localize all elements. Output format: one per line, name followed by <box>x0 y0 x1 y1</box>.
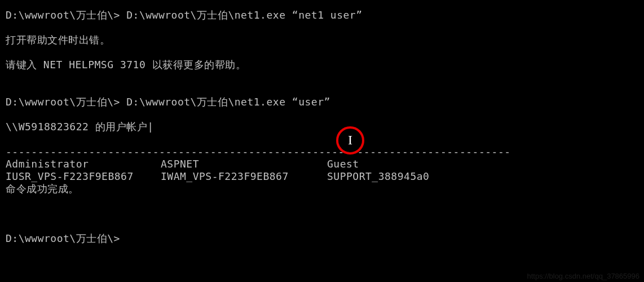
prompt-1: D:\wwwroot\万士伯\> <box>6 9 120 21</box>
terminal-output[interactable]: D:\wwwroot\万士伯\> D:\wwwroot\万士伯\net1.exe… <box>6 5 638 246</box>
user-cell: SUPPORT_388945a0 <box>327 171 638 184</box>
error-message: 打开帮助文件时出错。 <box>6 35 638 47</box>
command-2: D:\wwwroot\万士伯\net1.exe “user” <box>120 96 330 108</box>
command-line-1: D:\wwwroot\万士伯\> D:\wwwroot\万士伯\net1.exe… <box>6 10 638 23</box>
user-cell: Administrator <box>6 159 161 171</box>
user-cell: IUSR_VPS-F223F9EB867 <box>6 171 161 184</box>
success-message: 命令成功完成。 <box>6 184 638 196</box>
final-prompt[interactable]: D:\wwwroot\万士伯\> <box>6 233 638 246</box>
user-cell: IWAM_VPS-F223F9EB867 <box>161 171 327 184</box>
user-cell: ASPNET <box>161 159 327 171</box>
prompt-2: D:\wwwroot\万士伯\> <box>6 96 120 108</box>
command-line-2: D:\wwwroot\万士伯\> D:\wwwroot\万士伯\net1.exe… <box>6 97 638 109</box>
text-cursor: | <box>147 122 153 132</box>
separator-line: ----------------------------------------… <box>6 147 638 159</box>
help-message: 请键入 NET HELPMSG 3710 以获得更多的帮助。 <box>6 60 638 72</box>
user-list-row: AdministratorASPNETGuest <box>6 159 638 171</box>
user-accounts-header: \\W5918823622 的用户帐户| <box>6 122 638 134</box>
command-1: D:\wwwroot\万士伯\net1.exe “net1 user” <box>120 9 363 21</box>
user-list-row: IUSR_VPS-F223F9EB867IWAM_VPS-F223F9EB867… <box>6 171 638 184</box>
watermark-text: https://blog.csdn.net/qq_37865996 <box>527 272 640 280</box>
user-cell: Guest <box>327 159 638 171</box>
